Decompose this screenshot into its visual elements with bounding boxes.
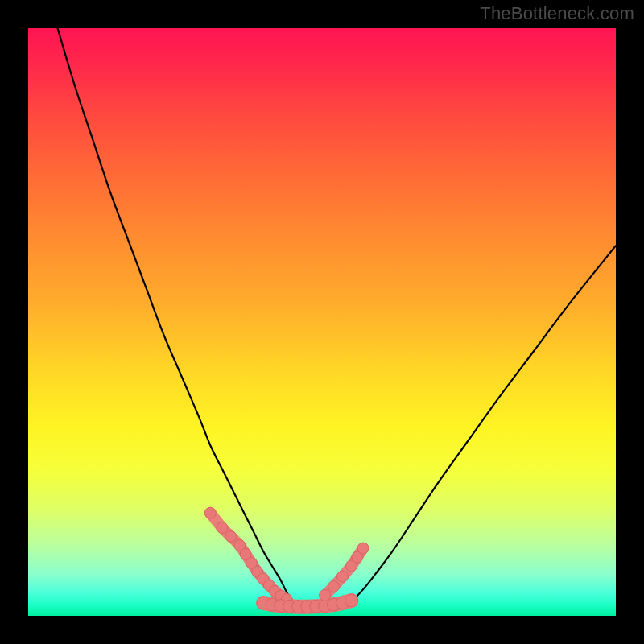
plot-area — [28, 28, 616, 616]
marker-right-markers — [328, 581, 340, 592]
marker-left-markers — [225, 530, 237, 542]
marker-right-markers — [320, 589, 331, 601]
chart-container: TheBottleneck.com — [0, 0, 644, 644]
watermark-text: TheBottleneck.com — [480, 3, 634, 24]
marker-right-markers — [357, 543, 369, 554]
curve-right-curve — [352, 246, 617, 601]
marker-left-markers — [217, 522, 228, 534]
chart-svg — [28, 28, 616, 616]
marker-bottom-markers — [345, 594, 358, 607]
curve-left-curve — [58, 28, 293, 601]
marker-right-markers — [337, 571, 349, 582]
marker-left-markers — [204, 507, 216, 518]
